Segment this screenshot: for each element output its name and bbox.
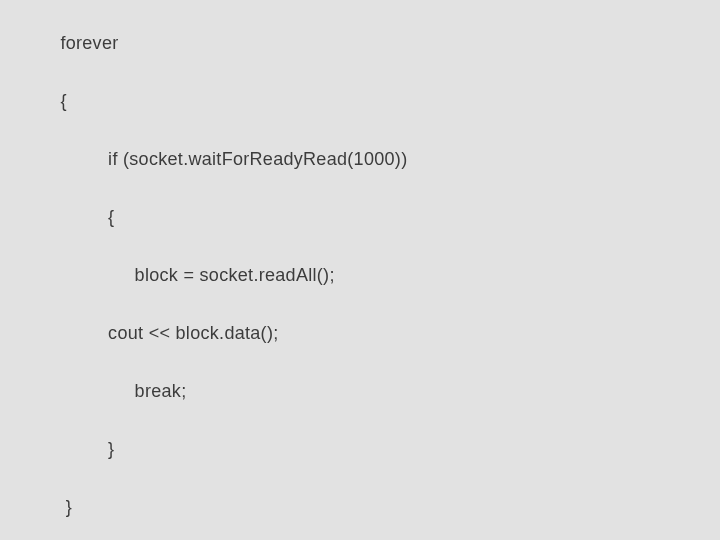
code-line: { <box>18 92 720 110</box>
code-line: if (socket.waitForReadyRead(1000)) <box>18 150 720 168</box>
code-line: cout << block.data(); <box>18 324 720 342</box>
code-line: forever <box>18 34 720 52</box>
code-line: } <box>18 440 720 458</box>
code-line: } <box>18 498 720 516</box>
code-line: { <box>18 208 720 226</box>
code-block: forever { if (socket.waitForReadyRead(10… <box>0 0 720 540</box>
code-line: block = socket.readAll(); <box>18 266 720 284</box>
code-line: break; <box>18 382 720 400</box>
